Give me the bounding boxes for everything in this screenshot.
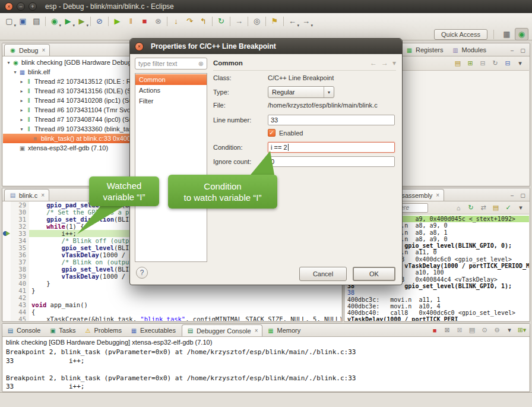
- view-menu-icon[interactable]: ▾: [392, 59, 396, 67]
- print-icon[interactable]: ▤: [30, 15, 43, 27]
- line-number-label: Line number:: [213, 116, 268, 124]
- remove-all-launches-icon[interactable]: ⊠: [454, 325, 465, 335]
- window-close-icon[interactable]: ×: [5, 2, 13, 11]
- remove-register-group-icon[interactable]: ⊟: [477, 58, 488, 68]
- enabled-checkbox[interactable]: ✓: [268, 129, 276, 137]
- toolbar-separator: [90, 17, 91, 26]
- tab-modules[interactable]: ▥Modules: [447, 44, 490, 56]
- ignore-count-input[interactable]: 0: [268, 156, 395, 167]
- forward-icon[interactable]: →: [381, 59, 388, 67]
- close-tab-icon[interactable]: ×: [436, 192, 439, 198]
- instruction-stepping-icon[interactable]: →: [232, 15, 246, 27]
- tab-console[interactable]: ▤Console: [2, 324, 45, 336]
- terminate-icon[interactable]: ■: [429, 325, 440, 335]
- tab-registers[interactable]: ▦Registers: [401, 44, 447, 56]
- open-console-icon[interactable]: ⊞▾: [517, 325, 527, 335]
- line-number-input[interactable]: 33: [268, 115, 395, 125]
- tab-debug[interactable]: ◉ Debug ×: [4, 44, 50, 56]
- maximize-view-icon[interactable]: ▢: [518, 191, 527, 199]
- suspend-icon[interactable]: ‖: [124, 15, 138, 27]
- view-menu-icon[interactable]: ▾: [515, 58, 525, 68]
- help-button[interactable]: ?: [136, 267, 148, 279]
- maximize-view-icon[interactable]: ▢: [518, 46, 527, 54]
- filter-input[interactable]: type filter text ⊗: [135, 58, 207, 70]
- tab-blink-c[interactable]: ▤ blink.c ×: [4, 189, 49, 201]
- ruler-cell: [3, 301, 11, 308]
- resume-icon[interactable]: ▶: [110, 15, 124, 27]
- terminate-icon[interactable]: ■: [138, 15, 151, 27]
- step-return-icon[interactable]: ↰: [197, 15, 210, 27]
- disconnect-icon[interactable]: ⊗: [151, 15, 165, 27]
- dialog-nav-item-filter[interactable]: Filter: [135, 96, 207, 106]
- expander-icon[interactable]: ▾: [12, 70, 18, 75]
- dialog-nav-item-actions[interactable]: Actions: [135, 85, 207, 96]
- expander-icon[interactable]: ▸: [18, 117, 25, 122]
- toolbar-separator: [248, 17, 248, 26]
- refresh-icon[interactable]: ↻: [466, 203, 476, 213]
- view-menu-icon[interactable]: ▾: [515, 203, 526, 213]
- text-caret: [288, 144, 289, 151]
- home-icon[interactable]: ⌂: [453, 203, 464, 213]
- tab-debugger-console[interactable]: ▤Debugger Console×: [182, 324, 263, 336]
- step-into-icon[interactable]: ↓: [169, 15, 183, 27]
- minimize-view-icon[interactable]: –: [508, 191, 517, 199]
- tab-memory[interactable]: ▦Memory: [262, 324, 305, 336]
- remove-launch-icon[interactable]: ⊠: [442, 325, 452, 335]
- window-minimize-icon[interactable]: –: [17, 2, 25, 11]
- display-console-icon[interactable]: ▾: [504, 325, 515, 335]
- close-tab-icon[interactable]: ×: [41, 192, 45, 198]
- ruler-cell: [3, 266, 11, 273]
- memory-icon: ▦: [267, 327, 274, 335]
- search-icon[interactable]: ◎: [250, 15, 264, 27]
- window-maximize-icon[interactable]: +: [28, 2, 37, 11]
- restart-icon[interactable]: ↻: [214, 15, 228, 27]
- dialog-separator: [213, 70, 396, 71]
- tab-executables[interactable]: ▦Executables: [126, 324, 180, 336]
- collapse-all-icon[interactable]: ⊟: [502, 58, 513, 68]
- close-tab-icon[interactable]: ×: [42, 47, 45, 53]
- clear-filter-icon[interactable]: ⊗: [198, 60, 204, 68]
- tab-problems[interactable]: ⚠Problems: [80, 324, 125, 336]
- tasks-icon: ▣: [49, 327, 56, 335]
- restore-groups-icon[interactable]: ↻: [490, 58, 501, 68]
- open-perspective-icon[interactable]: ▦: [500, 28, 514, 40]
- skip-breakpoints-icon[interactable]: ⊘: [93, 15, 106, 27]
- mark-occurrences-icon[interactable]: ⚑: [268, 15, 281, 27]
- expander-icon[interactable]: ▸: [18, 89, 25, 94]
- condition-input[interactable]: i == 2: [268, 142, 395, 153]
- console-output[interactable]: Breakpoint 2, blink_task (pvParameter=0x…: [3, 348, 529, 391]
- quick-access-button[interactable]: Quick Access: [434, 29, 487, 40]
- ok-button[interactable]: OK: [353, 267, 395, 281]
- back-icon[interactable]: ←: [370, 59, 377, 67]
- scroll-lock-icon[interactable]: ⊙: [479, 325, 490, 335]
- type-dropdown[interactable]: Regular ▾: [268, 86, 334, 98]
- debug-perspective-icon[interactable]: ◉: [515, 28, 528, 40]
- show-columns-icon[interactable]: ▤: [452, 58, 463, 68]
- add-register-group-icon[interactable]: ⊞: [465, 58, 476, 68]
- step-over-icon[interactable]: ↷: [183, 15, 197, 27]
- show-source-icon[interactable]: ▤: [490, 203, 501, 213]
- forward-icon[interactable]: →▾: [299, 15, 313, 27]
- expander-icon[interactable]: ▸: [18, 108, 25, 113]
- expander-icon[interactable]: ▸: [18, 98, 25, 103]
- debug-icon[interactable]: ◉▾: [48, 15, 61, 27]
- expander-icon[interactable]: ▾: [5, 60, 12, 65]
- dialog-close-icon[interactable]: ×: [135, 42, 144, 51]
- cancel-button[interactable]: Cancel: [299, 267, 347, 281]
- clear-console-icon[interactable]: ▤: [467, 325, 477, 335]
- expander-icon[interactable]: ▸: [18, 79, 25, 84]
- save-icon[interactable]: ▣: [16, 15, 30, 27]
- track-expression-icon[interactable]: ✓: [503, 203, 514, 213]
- dialog-nav-item-common[interactable]: Common: [135, 74, 207, 85]
- run-icon[interactable]: ▶▾: [61, 15, 75, 27]
- tab-tasks[interactable]: ▣Tasks: [45, 324, 80, 336]
- minimize-view-icon[interactable]: –: [508, 46, 517, 54]
- sync-selection-icon[interactable]: ⇄: [478, 203, 489, 213]
- expander-icon[interactable]: ▾: [18, 127, 25, 132]
- debug-target-icon: ◉: [12, 59, 20, 67]
- pin-console-icon[interactable]: ⊖: [492, 325, 502, 335]
- back-icon[interactable]: ←▾: [286, 15, 299, 27]
- external-tools-icon[interactable]: ▶▾: [75, 15, 88, 27]
- new-wizard-icon[interactable]: ▢▾: [2, 15, 16, 27]
- close-tab-icon[interactable]: ×: [255, 327, 258, 334]
